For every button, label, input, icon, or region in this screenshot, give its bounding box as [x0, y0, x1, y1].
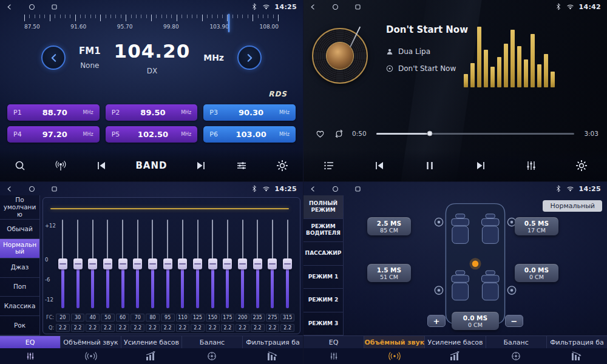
eq-slider-handle[interactable]: [223, 258, 232, 269]
surround-mode-0[interactable]: ПОЛНЫЙ РЕЖИМ: [304, 195, 343, 219]
home-nav-icon[interactable]: [29, 186, 35, 192]
surround-mode-1[interactable]: РЕЖИМ ВОДИТЕЛЯ: [304, 219, 343, 243]
tab-surround-sound[interactable]: Объёмный звук: [61, 336, 121, 348]
surround-icon[interactable]: [364, 348, 425, 364]
filter-icon[interactable]: [242, 348, 303, 364]
search-icon[interactable]: [13, 160, 27, 172]
bass-boost-icon[interactable]: [425, 348, 486, 364]
eq-slider-handle[interactable]: [283, 258, 292, 269]
eq-slider-handle[interactable]: [178, 258, 187, 269]
back-nav-icon[interactable]: [6, 186, 13, 192]
eq-sliders-icon[interactable]: [304, 348, 364, 364]
eq-slider-handle[interactable]: [193, 258, 202, 269]
preset-p4[interactable]: P497.20MHz: [7, 126, 100, 143]
eq-sliders-icon[interactable]: [0, 348, 61, 364]
tab-filter[interactable]: Фильтрация ба: [547, 336, 607, 348]
eq-slider-handle[interactable]: [58, 258, 67, 269]
preset-p6[interactable]: P6103.00MHz: [203, 126, 296, 143]
tab-bass-boost[interactable]: Усиление басов: [121, 336, 182, 348]
eq-band-70[interactable]: [130, 218, 145, 309]
favorite-heart-icon[interactable]: [314, 129, 326, 139]
progress-knob[interactable]: [427, 131, 432, 136]
filter-icon[interactable]: [546, 348, 607, 364]
tune-down-button[interactable]: [41, 46, 66, 70]
delay-increase-button[interactable]: +: [427, 315, 446, 327]
recents-nav-icon[interactable]: [51, 4, 58, 10]
surround-icon[interactable]: [61, 348, 121, 364]
surround-mode-2[interactable]: ПАССАЖИР: [304, 242, 343, 266]
eq-preset-5[interactable]: Классика: [0, 297, 39, 316]
tab-eq[interactable]: EQ: [304, 336, 364, 348]
home-nav-icon[interactable]: [332, 4, 339, 10]
eq-band-275[interactable]: [265, 218, 280, 309]
home-nav-icon[interactable]: [29, 4, 35, 10]
eq-slider-handle[interactable]: [73, 258, 83, 269]
eq-slider-handle[interactable]: [148, 258, 157, 269]
tab-surround-sound[interactable]: Объёмный звук: [364, 336, 425, 348]
tab-filter[interactable]: Фильтрация ба: [243, 336, 303, 348]
preset-p1[interactable]: P188.70MHz: [7, 104, 100, 121]
settings-gear-icon[interactable]: [276, 160, 289, 172]
eq-slider-handle[interactable]: [133, 258, 142, 269]
eq-band-20[interactable]: [55, 218, 70, 309]
surround-mode-5[interactable]: РЕЖИМ 3: [304, 312, 343, 336]
prev-track-icon[interactable]: [95, 160, 108, 172]
preset-p5[interactable]: P5102.50MHz: [106, 126, 198, 143]
back-nav-icon[interactable]: [310, 186, 316, 192]
eq-band-110[interactable]: [175, 218, 191, 309]
surround-mode-4[interactable]: РЕЖИМ 2: [304, 289, 343, 312]
eq-slider-handle[interactable]: [118, 258, 127, 269]
recents-nav-icon[interactable]: [354, 4, 361, 10]
eq-preset-1[interactable]: Обычай: [0, 220, 39, 239]
eq-slider-handle[interactable]: [163, 258, 172, 269]
eq-band-235[interactable]: [250, 218, 265, 309]
eq-preset-6[interactable]: Рок: [0, 316, 39, 335]
recents-nav-icon[interactable]: [51, 186, 58, 192]
settings-gear-icon[interactable]: [575, 160, 588, 172]
eq-preset-4[interactable]: Поп: [0, 278, 39, 297]
eq-band-175[interactable]: [220, 218, 236, 309]
eq-slider-handle[interactable]: [208, 258, 217, 269]
eq-band-50[interactable]: [100, 218, 115, 309]
tune-up-button[interactable]: [237, 46, 262, 70]
playlist-icon[interactable]: [322, 160, 336, 172]
delay-decrease-button[interactable]: −: [505, 315, 523, 327]
prev-track-icon[interactable]: [373, 160, 386, 172]
eq-slider-handle[interactable]: [238, 258, 247, 269]
next-track-icon[interactable]: [474, 160, 487, 172]
eq-slider-handle[interactable]: [253, 258, 262, 269]
eq-band-125[interactable]: [190, 218, 205, 309]
tab-balance[interactable]: Баланс: [486, 336, 547, 348]
tab-eq[interactable]: EQ: [0, 336, 61, 348]
eq-band-80[interactable]: [145, 218, 160, 309]
profile-badge[interactable]: Нормальный: [543, 200, 602, 212]
next-track-icon[interactable]: [194, 160, 208, 172]
balance-icon[interactable]: [486, 348, 546, 364]
tab-balance[interactable]: Баланс: [182, 336, 243, 348]
recents-nav-icon[interactable]: [354, 186, 361, 192]
eq-band-30[interactable]: [70, 218, 86, 309]
eq-slider-handle[interactable]: [103, 258, 112, 269]
eq-preset-0[interactable]: По умолчанию: [0, 195, 39, 220]
eq-band-60[interactable]: [115, 218, 131, 309]
preset-p2[interactable]: P289.50MHz: [106, 104, 198, 121]
eq-sliders-icon[interactable]: [524, 160, 538, 172]
bass-boost-icon[interactable]: [121, 348, 182, 364]
repeat-icon[interactable]: [333, 129, 345, 139]
sliders-icon[interactable]: [235, 160, 248, 172]
eq-preset-2[interactable]: Нормальный: [0, 239, 39, 258]
eq-band-315[interactable]: [280, 218, 295, 309]
preset-p3[interactable]: P390.30MHz: [203, 104, 296, 121]
progress-bar[interactable]: [376, 133, 575, 135]
pause-icon[interactable]: [423, 160, 436, 172]
eq-band-200[interactable]: [235, 218, 250, 309]
back-nav-icon[interactable]: [6, 4, 13, 10]
eq-band-150[interactable]: [205, 218, 220, 309]
band-button[interactable]: BAND: [135, 160, 167, 171]
home-nav-icon[interactable]: [332, 186, 339, 192]
surround-mode-3[interactable]: РЕЖИМ 1: [304, 266, 343, 289]
balance-icon[interactable]: [181, 348, 242, 364]
eq-slider-handle[interactable]: [88, 258, 97, 269]
back-nav-icon[interactable]: [310, 4, 316, 10]
eq-band-95[interactable]: [160, 218, 175, 309]
